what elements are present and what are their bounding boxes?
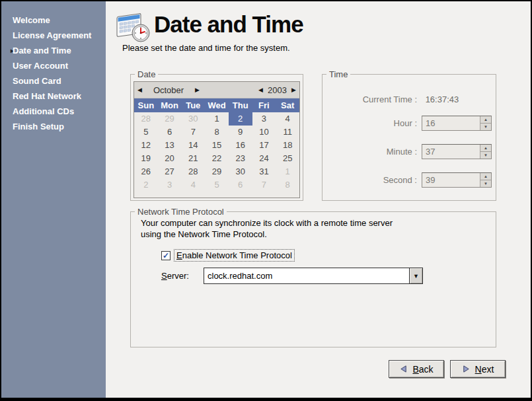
- calendar-day[interactable]: 31: [252, 165, 276, 178]
- server-input[interactable]: [204, 268, 410, 283]
- calendar-day[interactable]: 27: [158, 165, 182, 178]
- calendar-day[interactable]: 12: [134, 139, 158, 152]
- next-button[interactable]: Next: [450, 360, 506, 378]
- month-next-icon[interactable]: ▶: [192, 87, 203, 93]
- next-button-label: Next: [475, 364, 494, 375]
- calendar-day[interactable]: 18: [276, 139, 299, 152]
- weekday-header-thu: Thu: [229, 98, 252, 112]
- calendar-day[interactable]: 6: [158, 126, 182, 139]
- hour-spinner[interactable]: 16 ▲ ▼: [422, 116, 492, 131]
- back-button-label: Back: [412, 364, 433, 375]
- calendar-grid: SunMonTueWedThuFriSat2829301234567891011…: [134, 98, 299, 192]
- calendar-day[interactable]: 28: [134, 112, 158, 126]
- calendar-day[interactable]: 13: [158, 139, 182, 152]
- ntp-group: Network Time Protocol Your computer can …: [130, 211, 496, 347]
- calendar-day[interactable]: 17: [252, 139, 276, 152]
- minute-spin-down-icon[interactable]: ▼: [480, 152, 491, 159]
- calendar-day[interactable]: 1: [205, 112, 229, 126]
- calendar-day[interactable]: 25: [276, 152, 299, 165]
- calendar-day[interactable]: 8: [276, 178, 299, 192]
- minute-value: 37: [426, 145, 435, 159]
- calendar-day[interactable]: 30: [181, 112, 205, 126]
- calendar-day[interactable]: 10: [252, 126, 276, 139]
- calendar-day[interactable]: 5: [134, 126, 158, 139]
- calendar-day[interactable]: 4: [276, 112, 299, 126]
- second-spinner[interactable]: 39 ▲ ▼: [422, 172, 492, 188]
- hour-value: 16: [426, 116, 435, 130]
- calendar-day[interactable]: 6: [229, 178, 252, 192]
- second-spin-up-icon[interactable]: ▲: [480, 173, 491, 180]
- current-time-value: 16:37:43: [426, 94, 459, 104]
- weekday-header-tue: Tue: [181, 98, 205, 112]
- sidebar-item-label: Date and Time: [13, 46, 71, 55]
- calendar-day[interactable]: 26: [134, 165, 158, 178]
- sidebar-item-user-account[interactable]: User Account: [1, 58, 106, 73]
- page-subtitle: Please set the date and time for the sys…: [122, 43, 290, 53]
- calendar-day[interactable]: 30: [229, 165, 252, 178]
- calendar-day[interactable]: 8: [205, 126, 229, 139]
- calendar: ◀ October ▶ ◀ 2003 ▶ SunMonTueWedThuFriS…: [133, 81, 300, 198]
- back-button[interactable]: Back: [389, 360, 444, 378]
- calendar-day[interactable]: 22: [205, 152, 229, 165]
- sidebar-item-finish-setup[interactable]: Finish Setup: [1, 119, 106, 134]
- calendar-day[interactable]: 19: [134, 152, 158, 165]
- current-time-label: Current Time :: [323, 92, 417, 107]
- sidebar-item-sound-card[interactable]: Sound Card: [1, 73, 106, 89]
- weekday-header-sun: Sun: [134, 98, 158, 112]
- main-panel: Date and Time Please set the date and ti…: [106, 1, 531, 398]
- sidebar-item-label: Additional CDs: [13, 106, 74, 116]
- calendar-day[interactable]: 4: [181, 178, 205, 192]
- sidebar-item-date-and-time[interactable]: ▸Date and Time: [1, 43, 106, 58]
- sidebar-item-label: User Account: [13, 61, 68, 71]
- calendar-day[interactable]: 20: [158, 152, 182, 165]
- calendar-day[interactable]: 7: [252, 178, 276, 192]
- calendar-day-selected[interactable]: 2: [229, 112, 252, 126]
- calendar-day[interactable]: 23: [229, 152, 252, 165]
- ntp-description-line1: Your computer can synchronize its clock …: [141, 218, 393, 228]
- sidebar-item-additional-cds[interactable]: Additional CDs: [1, 104, 106, 119]
- active-item-arrow-icon: ▸: [1, 43, 13, 58]
- server-dropdown-icon[interactable]: ▼: [409, 268, 422, 283]
- ntp-checkbox-label[interactable]: Enable Network Time Protocol: [174, 249, 295, 262]
- page-title: Date and Time: [154, 11, 303, 38]
- calendar-day[interactable]: 29: [205, 165, 229, 178]
- second-spin-down-icon[interactable]: ▼: [480, 180, 491, 187]
- calendar-day[interactable]: 14: [181, 139, 205, 152]
- time-group-legend: Time: [326, 69, 350, 79]
- weekday-header-fri: Fri: [252, 98, 276, 112]
- calendar-day[interactable]: 11: [276, 126, 299, 139]
- calendar-day[interactable]: 3: [158, 178, 182, 192]
- calendar-day[interactable]: 5: [205, 178, 229, 192]
- year-prev-icon[interactable]: ◀: [255, 87, 266, 93]
- year-next-icon[interactable]: ▶: [288, 87, 299, 93]
- month-prev-icon[interactable]: ◀: [134, 87, 145, 93]
- calendar-day[interactable]: 7: [181, 126, 205, 139]
- setup-wizard-window: WelcomeLicense Agreement▸Date and TimeUs…: [0, 0, 532, 401]
- calendar-day[interactable]: 24: [252, 152, 276, 165]
- calendar-day[interactable]: 3: [252, 112, 276, 126]
- calendar-day[interactable]: 21: [181, 152, 205, 165]
- calendar-day[interactable]: 1: [276, 165, 299, 178]
- back-arrow-icon: [399, 365, 408, 373]
- date-group-legend: Date: [135, 69, 158, 79]
- sidebar-item-red-hat-network[interactable]: Red Hat Network: [1, 89, 106, 104]
- weekday-header-sat: Sat: [276, 98, 299, 112]
- calendar-day[interactable]: 16: [229, 139, 252, 152]
- weekday-header-wed: Wed: [205, 98, 229, 112]
- minute-label: Minute :: [323, 144, 417, 159]
- ntp-description-line2: using the Network Time Protocol.: [141, 229, 267, 239]
- calendar-day[interactable]: 28: [181, 165, 205, 178]
- sidebar-item-label: Sound Card: [13, 76, 61, 86]
- calendar-day[interactable]: 9: [229, 126, 252, 139]
- sidebar-item-license-agreement[interactable]: License Agreement: [1, 28, 106, 43]
- sidebar-item-label: Welcome: [13, 15, 50, 25]
- hour-spin-down-icon[interactable]: ▼: [480, 124, 491, 130]
- sidebar-item-welcome[interactable]: Welcome: [1, 13, 106, 28]
- hour-spin-up-icon[interactable]: ▲: [480, 116, 491, 124]
- calendar-day[interactable]: 29: [158, 112, 182, 126]
- minute-spinner[interactable]: 37 ▲ ▼: [422, 144, 492, 159]
- calendar-day[interactable]: 2: [134, 178, 158, 192]
- ntp-checkbox[interactable]: ✓: [161, 251, 171, 260]
- calendar-day[interactable]: 15: [205, 139, 229, 152]
- minute-spin-up-icon[interactable]: ▲: [480, 145, 491, 152]
